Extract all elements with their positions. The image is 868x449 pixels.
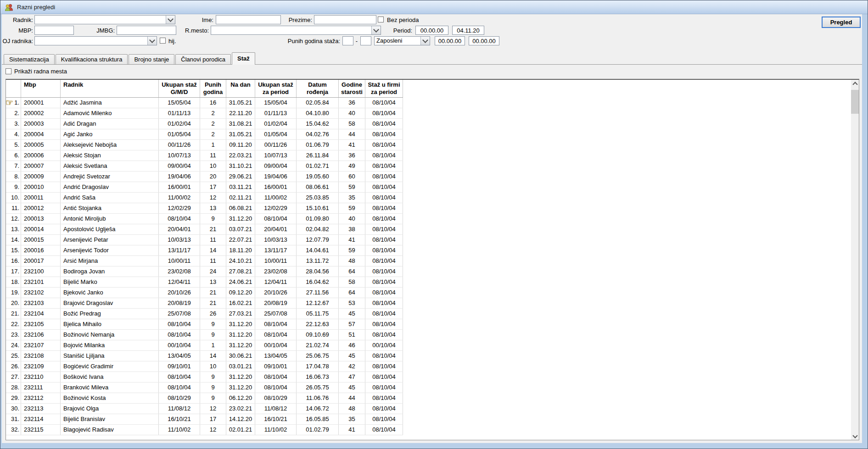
titlebar[interactable]: Razni pregledi [0, 0, 868, 14]
table-row[interactable]: 5.200005Aleksejević Nebojša00/11/26109.1… [6, 140, 403, 150]
table-row[interactable]: 6.200006Aleksić Stojan10/07/131122.03.21… [6, 150, 403, 161]
table-row[interactable]: 23.232106Božinović Nemanja08/10/04931.12… [6, 330, 403, 340]
tab-brojno-stanje[interactable]: Brojno stanje [129, 54, 174, 64]
cell-mbp: 232106 [21, 330, 61, 340]
bez-perioda-checkbox[interactable] [378, 17, 384, 22]
table-row[interactable]: 21.232104Božić Predrag25/07/082627.03.21… [6, 309, 403, 319]
cell-ukupan-staz-za-period: 00/11/26 [255, 140, 297, 150]
header-staz-u-firmi-za-period[interactable]: Staž u firmiza period [365, 80, 403, 97]
cell-row-number: 2. [6, 108, 21, 118]
table-row[interactable]: 3.200003Adić Dragan01/02/04231.08.2101/0… [6, 119, 403, 129]
tab-clanovi-porodice[interactable]: Članovi porodica [175, 54, 231, 64]
prikazi-radna-mesta-checkbox[interactable] [6, 68, 11, 74]
punih-godina-to-input[interactable] [360, 36, 371, 45]
status-dropdown-button[interactable] [420, 37, 430, 45]
header-godine-starosti[interactable]: Godinestarosti [339, 80, 365, 97]
cell-row-number: 26. [6, 361, 21, 371]
app-icon[interactable] [5, 4, 14, 11]
rmesto-dropdown-button[interactable] [371, 26, 381, 34]
status-combobox[interactable]: Zaposleni [374, 36, 430, 45]
period-from-input[interactable] [415, 26, 448, 35]
table-row[interactable]: 18.232101Bijelić Marko12/04/111324.06.21… [6, 277, 403, 288]
table-row[interactable]: 15.200016Arsenijević Todor13/11/171418.1… [6, 245, 403, 256]
hij-checkbox[interactable] [160, 38, 166, 44]
status-date-from-input[interactable] [435, 36, 465, 45]
table-row[interactable]: 14.200015Arsenijević Petar10/03/131122.0… [6, 235, 403, 245]
pregled-button[interactable]: Pregled [822, 17, 861, 28]
table-row[interactable]: 22.232105Bjelica Mihailo08/10/04931.12.2… [6, 319, 403, 330]
ime-label: Ime: [184, 16, 213, 25]
cell-ukupan-staz-za-period: 09/00/04 [255, 161, 297, 171]
header-ukupan-staz-za-period[interactable]: Ukupan stažza period [255, 80, 297, 97]
table-row[interactable]: 25.232108Stanišić Ljiljana13/04/051430.0… [6, 351, 403, 361]
cell-staz-u-firmi-za-period: 08/10/04 [365, 372, 403, 382]
table-row[interactable]: 20.232103Brajović Dragoslav20/08/192116.… [6, 298, 403, 309]
table-row[interactable]: 27.232110Bošković Ivana08/10/04931.12.20… [6, 372, 403, 382]
cell-radnik: Bodiroga Jovan [61, 266, 159, 277]
ime-input[interactable] [216, 15, 281, 24]
table-row[interactable]: 9.200010Andrić Dragoslav16/00/011703.11.… [6, 182, 403, 193]
scroll-up-button[interactable] [851, 80, 859, 88]
tab-kvalifikaciona-struktura[interactable]: Kvalifikaciona struktura [56, 54, 128, 64]
cell-na-dan: 29.06.21 [226, 172, 255, 182]
table-row[interactable]: 7.200007Aleksić Svetlana09/00/041031.10.… [6, 161, 403, 172]
table-row[interactable]: 8.200009Andrejić Svetozar19/04/062029.06… [6, 172, 403, 182]
scrollbar-thumb[interactable] [851, 90, 859, 114]
table-row[interactable]: 2.200002Adamović Milenko01/11/13222.11.2… [6, 108, 403, 119]
table-row[interactable]: 24.232107Bojović Milanka00/10/04131.12.2… [6, 340, 403, 351]
status-date-to-input[interactable] [469, 36, 499, 45]
cell-na-dan: 31.12.20 [226, 214, 255, 224]
table-row[interactable]: 1.200001Adžić Jasmina15/05/041631.05.211… [6, 98, 403, 108]
jmbg-input[interactable] [117, 26, 176, 35]
radnik-combobox[interactable] [34, 15, 175, 24]
table-row[interactable]: 17.232100Bodiroga Jovan23/02/082427.08.2… [6, 266, 403, 277]
punih-godina-from-input[interactable] [342, 36, 353, 45]
header-punih-godina[interactable]: Punihgodina [200, 80, 226, 97]
rmesto-combobox[interactable] [211, 26, 381, 35]
prezime-input[interactable] [314, 15, 376, 24]
header-mbp[interactable]: Mbp [21, 80, 61, 97]
tab-sistematizacija[interactable]: Sistematizacija [4, 54, 55, 64]
cell-ukupan-staz-za-period: 00/10/04 [255, 340, 297, 350]
header-datum-rodjenja[interactable]: Datumrođenja [297, 80, 339, 97]
table-row[interactable]: 11.200012Antić Stojanka12/02/291306.08.2… [6, 203, 403, 214]
table-row[interactable]: 32.232115Blagojević Radisav11/10/021202.… [6, 425, 403, 435]
cell-ukupan-staz-gmd: 25/07/08 [159, 309, 200, 319]
table-row[interactable]: 13.200014Apostolović Uglješa20/04/012103… [6, 224, 403, 235]
oj-radnika-dropdown-button[interactable] [147, 37, 157, 45]
window-frame-bottom [0, 443, 868, 449]
cell-mbp: 232103 [21, 298, 61, 308]
oj-radnika-combobox[interactable] [34, 36, 157, 45]
table-row[interactable]: 30.232113Brajović Olga11/08/121223.02.21… [6, 404, 403, 414]
table-row[interactable]: 26.232109Bogićević Gradimir09/10/011003.… [6, 361, 403, 372]
cell-mbp: 232110 [21, 372, 61, 382]
table-row[interactable]: 12.200013Antonić Miroljub08/10/04931.12.… [6, 214, 403, 224]
mbp-input[interactable] [34, 26, 74, 35]
table-row[interactable]: 29.232112Božinović Kosta08/10/29906.12.2… [6, 393, 403, 404]
header-ukupan-staz-gmd[interactable]: Ukupan stažG/M/D [159, 80, 200, 97]
table-row[interactable]: 4.200004Agić Janko01/05/04231.05.2101/05… [6, 129, 403, 140]
period-to-input[interactable] [452, 26, 484, 35]
cell-radnik: Bijelić Marko [61, 277, 159, 287]
cell-mbp: 232109 [21, 361, 61, 371]
cell-punih-godina: 9 [200, 330, 226, 340]
vertical-scrollbar[interactable] [851, 80, 859, 440]
cell-ukupan-staz-gmd: 09/10/01 [159, 361, 200, 371]
cell-radnik: Adamović Milenko [61, 108, 159, 118]
table-row[interactable]: 19.232102Bjeković Janko20/10/262109.12.2… [6, 288, 403, 298]
table-row[interactable]: 10.200011Andrić Saša11/00/021202.11.2111… [6, 193, 403, 203]
table-row[interactable]: 28.232111Branković Mileva08/10/04931.12.… [6, 382, 403, 393]
table-row[interactable]: 31.232114Bijelić Branislav16/10/211714.1… [6, 414, 403, 425]
cell-ukupan-staz-gmd: 10/00/11 [159, 256, 200, 266]
tab-staz[interactable]: Staž [232, 52, 255, 65]
header-row-number[interactable] [6, 80, 21, 97]
radnik-dropdown-button[interactable] [166, 16, 175, 24]
table-row[interactable]: 16.200017Arsić Mirjana10/00/111124.10.21… [6, 256, 403, 266]
cell-row-number: 27. [6, 372, 21, 382]
cell-datum-rodjenja: 12.07.79 [297, 235, 339, 245]
scroll-down-button[interactable] [851, 432, 859, 440]
cell-radnik: Aleksić Stojan [61, 150, 159, 161]
header-radnik[interactable]: Radnik [61, 80, 159, 97]
cell-staz-u-firmi-za-period: 08/10/04 [365, 382, 403, 393]
header-na-dan[interactable]: Na dan [226, 80, 255, 97]
